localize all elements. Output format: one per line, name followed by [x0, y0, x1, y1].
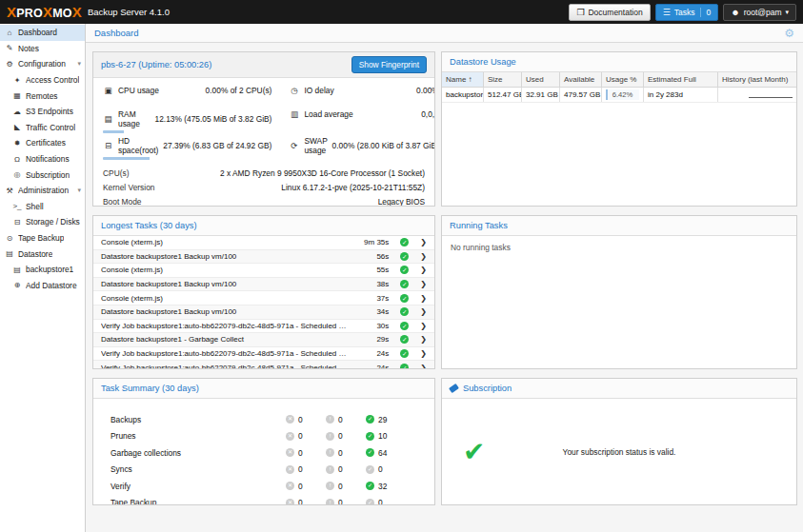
column-header-estimated-full[interactable]: Estimated Full — [644, 72, 718, 87]
sidebar-item-s3-endpoints[interactable]: ☁S3 Endpoints — [0, 104, 85, 120]
subscription-title: Subscription — [463, 384, 512, 393]
task-summary-warning-count[interactable]: !0 — [326, 498, 366, 505]
sidebar-item-administration[interactable]: ⚒Administration▾ — [0, 183, 85, 199]
error-circle-icon: ✕ — [286, 482, 294, 490]
task-row[interactable]: Console (xterm.js)9m 35s✓❯ — [93, 236, 434, 250]
gears-icon: ⚙ — [5, 60, 14, 69]
task-summary-warning-count[interactable]: !0 — [326, 415, 366, 424]
info-row-boot-mode: Boot ModeLegacy BIOS — [103, 194, 425, 207]
cell-usage: 6.42% — [602, 88, 644, 102]
sidebar-item-notifications[interactable]: ΩNotifications — [0, 151, 85, 167]
user-menu-button[interactable]: ☻ root@pam ▾ — [723, 4, 796, 21]
breadcrumb: Dashboard — [94, 28, 138, 38]
sidebar-item-remotes[interactable]: ▦Remotes — [0, 88, 85, 104]
task-summary-ok-count[interactable]: ✓10 — [366, 431, 406, 441]
column-header-name[interactable]: Name ↑ — [442, 72, 484, 87]
task-row[interactable]: Datastore backupstore1 - Garbage Collect… — [93, 333, 434, 347]
show-fingerprint-button[interactable]: Show Fingerprint — [351, 56, 427, 73]
node-info: CPU(s)2 x AMD Ryzen 9 9950X3D 16-Core Pr… — [103, 166, 425, 207]
chevron-right-icon[interactable]: ❯ — [420, 307, 427, 316]
sidebar-item-shell[interactable]: >_Shell — [0, 199, 85, 215]
task-ok-icon: ✓ — [400, 252, 409, 261]
chevron-right-icon[interactable]: ❯ — [420, 238, 427, 246]
chevron-right-icon[interactable]: ❯ — [420, 252, 427, 261]
documentation-button[interactable]: ❒ Documentation — [569, 4, 650, 21]
column-header-used[interactable]: Used — [522, 72, 560, 87]
column-header-available[interactable]: Available — [560, 72, 602, 87]
sidebar-item-notes[interactable]: ✎Notes — [0, 41, 85, 57]
chevron-right-icon[interactable]: ❯ — [420, 280, 427, 288]
running-tasks-panel: Running Tasks No running tasks — [441, 215, 797, 369]
task-row[interactable]: Verify Job backupstore1:auto-bb622079-db… — [93, 347, 434, 362]
sidebar-nav: ⌂Dashboard✎Notes⚙Configuration▾✦Access C… — [0, 24, 86, 532]
task-summary-error-count[interactable]: ✕0 — [286, 464, 326, 474]
stat-value: 0.00% (28.00 KiB of 3.87 GiB) — [332, 141, 435, 150]
task-summary-warning-count[interactable]: !0 — [326, 448, 366, 458]
task-duration: 9m 35s — [349, 238, 389, 246]
task-row[interactable]: Console (xterm.js)37s✓❯ — [93, 291, 434, 305]
sidebar-item-label: backupstore1 — [26, 265, 73, 274]
book-icon: ❒ — [576, 8, 584, 17]
table-row[interactable]: backupstore1512.47 GB32.91 GB479.57 GB6.… — [442, 88, 796, 103]
sidebar-item-add-datastore[interactable]: ⊕Add Datastore — [0, 278, 85, 294]
task-summary-error-count[interactable]: ✕0 — [286, 431, 326, 441]
task-summary-ok-count[interactable]: ✓64 — [366, 448, 406, 458]
chevron-right-icon[interactable]: ❯ — [420, 364, 427, 369]
task-summary-warning-count[interactable]: !0 — [326, 482, 366, 491]
task-summary-warning-count[interactable]: !0 — [326, 464, 366, 474]
datastore-icon: ▤ — [5, 249, 14, 258]
task-summary-label: Prunes — [110, 431, 286, 441]
task-summary-error-count[interactable]: ✕0 — [286, 415, 326, 424]
task-summary-error-count[interactable]: ✕0 — [286, 482, 326, 491]
task-summary-header: Task Summary (30 days) — [93, 379, 434, 399]
column-header-size[interactable]: Size — [484, 72, 522, 87]
count-value: 0 — [298, 448, 303, 458]
sidebar-item-subscription[interactable]: ◎Subscription — [0, 167, 85, 183]
key-icon: ✦ — [12, 76, 22, 85]
task-ok-icon: ✓ — [400, 335, 409, 344]
task-summary-warning-count[interactable]: !0 — [326, 431, 366, 441]
task-summary-error-count[interactable]: ✕0 — [286, 498, 326, 505]
chevron-right-icon[interactable]: ❯ — [420, 266, 427, 274]
task-description: Console (xterm.js) — [101, 266, 349, 274]
task-summary-ok-count[interactable]: ✓0 — [366, 498, 406, 505]
sidebar-item-label: Administration — [18, 186, 69, 195]
sidebar-item-datastore[interactable]: ▤Datastore — [0, 246, 85, 262]
task-summary-ok-count[interactable]: ✓29 — [366, 415, 406, 424]
node-title: pbs-6-27 (Uptime: 05:00:26) — [101, 60, 211, 69]
task-summary-ok-count[interactable]: ✓32 — [366, 482, 406, 491]
task-row[interactable]: Verify Job backupstore1:auto-bb622079-db… — [93, 320, 434, 334]
logo-x: X — [7, 4, 16, 20]
stat-label: CPU usage — [118, 86, 159, 95]
count-value: 0 — [338, 431, 343, 441]
sidebar-item-storage-disks[interactable]: ⊟Storage / Disks — [0, 214, 85, 230]
sidebar-item-dashboard[interactable]: ⌂Dashboard — [0, 25, 85, 41]
column-header-history-last-month[interactable]: History (last Month) — [718, 72, 796, 87]
task-row[interactable]: Datastore backupstore1 Backup vm/10034s✓… — [93, 305, 434, 320]
dashboard-settings-gear-icon[interactable]: ⚙ — [784, 27, 794, 40]
sidebar-item-traffic-control[interactable]: ◣Traffic Control — [0, 120, 85, 136]
task-row[interactable]: Datastore backupstore1 Backup vm/10038s✓… — [93, 278, 434, 292]
sidebar-item-tape-backup[interactable]: ⊙Tape Backup — [0, 230, 85, 246]
sidebar-item-access-control[interactable]: ✦Access Control — [0, 72, 85, 89]
chevron-right-icon[interactable]: ❯ — [420, 322, 427, 330]
task-ok-icon: ✓ — [400, 322, 409, 330]
sidebar-item-configuration[interactable]: ⚙Configuration▾ — [0, 56, 85, 72]
task-row[interactable]: Datastore backupstore1 Backup vm/10056s✓… — [93, 250, 434, 265]
chevron-right-icon[interactable]: ❯ — [420, 335, 427, 344]
subscription-header: Subscription — [442, 379, 796, 399]
task-summary-error-count[interactable]: ✕0 — [286, 448, 326, 458]
column-header-usage[interactable]: Usage % — [602, 72, 644, 87]
sidebar-item-certificates[interactable]: ✸Certificates — [0, 135, 85, 151]
task-ok-icon: ✓ — [400, 307, 409, 316]
datastore-table-header: Name ↑SizeUsedAvailableUsage %Estimated … — [442, 72, 796, 88]
task-row[interactable]: Verify Job backupstore1:auto-bb622079-db… — [93, 361, 434, 369]
task-ok-icon: ✓ — [400, 266, 409, 274]
chevron-right-icon[interactable]: ❯ — [420, 349, 427, 358]
sidebar-item-backupstore1[interactable]: ▤backupstore1 — [0, 262, 85, 278]
task-duration: 24s — [349, 349, 389, 358]
chevron-right-icon[interactable]: ❯ — [420, 294, 427, 303]
task-summary-ok-count[interactable]: ✓0 — [366, 464, 406, 474]
task-row[interactable]: Console (xterm.js)55s✓❯ — [93, 264, 434, 278]
tasks-button[interactable]: ☰ Tasks 0 — [655, 4, 719, 21]
